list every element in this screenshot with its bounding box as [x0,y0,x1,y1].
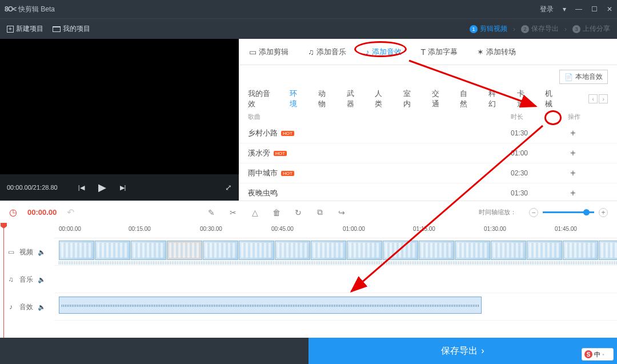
zoom-slider[interactable] [543,211,594,213]
plus-icon: + [7,26,14,33]
playback-time: 00:00.00/21:28.80 [7,184,58,191]
clock-icon: ◷ [9,207,17,218]
play-button[interactable]: ▶ [98,181,106,194]
undo-button[interactable]: ↶ [67,207,74,218]
transition-icon: ✶ [477,47,484,57]
titlebar: 8O< 快剪辑 Beta 登录 ▾ — ☐ ✕ [0,0,617,18]
music-icon: ♫ [7,275,15,283]
zoom-out-button[interactable]: − [529,208,538,217]
cat-traffic[interactable]: 交通 [432,89,446,109]
toolbar: + 新建项目 我的项目 1剪辑视频 › 2保存导出 › 3上传分享 [0,18,617,39]
timeline-ruler[interactable]: 00:00.00 00:15.00 00:30.00 00:45.00 01:0… [54,223,617,238]
step-3[interactable]: 3上传分享 [572,24,610,34]
sfx-list: 乡村小路HOT 01:30 + 溪水旁HOT 01:00 + 雨中城市HOT 0… [239,123,617,201]
save-export-button[interactable]: 保存导出› [308,338,617,364]
cut-tool[interactable]: ✂ [227,208,239,217]
chevron-right-icon: › [481,346,484,356]
hot-badge: HOT [281,171,294,176]
maximize-button[interactable]: ☐ [591,5,598,13]
cat-prev-button[interactable]: ‹ [588,94,598,103]
sfx-categories: 我的音效 环境 动物 武器 人类 室内 交通 自然 科幻 卡通 机械 ‹ › [239,86,617,109]
clip-icon: ▭ [249,47,257,57]
track-label-video: ▭视频🔈 [0,238,54,266]
zoom-label: 时间轴缩放： [479,208,516,217]
track-sfx[interactable] [54,293,617,321]
timeline-time: 00:00.00 [27,208,57,217]
marker-tool[interactable]: △ [249,208,261,217]
cat-environment[interactable]: 环境 [290,89,303,109]
rotate-tool[interactable]: ↻ [293,208,304,217]
fullscreen-button[interactable]: ⤢ [225,183,232,192]
playhead[interactable] [3,223,4,338]
minimize-button[interactable]: — [575,5,582,13]
cat-human[interactable]: 人类 [375,89,388,109]
step-2[interactable]: 2保存导出 [521,24,559,34]
app-badge: Beta [41,5,55,13]
playback-controls: 00:00.00/21:28.80 |◀ ▶ ▶| ⤢ [0,174,239,201]
track-music[interactable] [54,266,617,293]
cat-nature[interactable]: 自然 [460,89,474,109]
cat-my-sfx[interactable]: 我的音效 [248,89,275,109]
local-sfx-button[interactable]: 📄本地音效 [559,70,608,84]
cat-animal[interactable]: 动物 [318,89,332,109]
timeline: ▭视频🔈 ♫音乐🔈 ♪音效🔈 00:00.00 00:15.00 00:30.0… [0,223,617,338]
asset-tabs: ▭添加剪辑 ♫添加音乐 ♪添加音效 T添加字幕 ✶添加转场 [239,39,617,65]
tab-add-transition[interactable]: ✶添加转场 [477,47,516,57]
sfx-list-header: 歌曲 时长 操作 [239,109,617,123]
zoom-in-button[interactable]: + [599,208,608,217]
login-link[interactable]: 登录 [540,5,554,14]
add-sfx-button[interactable]: + [568,168,578,178]
redo-tool[interactable]: ↪ [336,208,347,217]
app-name: 快剪辑 [18,5,39,14]
list-item[interactable]: 乡村小路HOT 01:30 + [239,123,617,143]
timeline-toolbar: ◷ 00:00.00 ↶ ✎ ✂ △ 🗑 ↻ ⧉ ↪ 时间轴缩放： − + [0,201,617,223]
add-sfx-button[interactable]: + [568,148,578,158]
video-canvas[interactable] [0,39,239,174]
copy-tool[interactable]: ⧉ [314,207,326,217]
list-item[interactable]: 夜晚虫鸣 01:30 + [239,183,617,201]
step-1[interactable]: 1剪辑视频 [470,24,507,34]
edit-tool[interactable]: ✎ [206,208,217,217]
cat-next-button[interactable]: › [599,94,608,103]
tab-add-subtitle[interactable]: T添加字幕 [421,47,458,57]
asset-panel: ▭添加剪辑 ♫添加音乐 ♪添加音效 T添加字幕 ✶添加转场 📄本地音效 我的音效… [239,39,617,201]
list-item[interactable]: 雨中城市HOT 02:30 + [239,163,617,183]
app-logo: 8O< [5,5,16,13]
cat-weapon[interactable]: 武器 [347,89,360,109]
speaker-icon[interactable]: 🔈 [38,303,46,311]
hot-badge: HOT [281,131,294,136]
cat-scifi[interactable]: 科幻 [488,89,502,109]
new-project-button[interactable]: + 新建项目 [7,24,43,34]
list-item[interactable]: 溪水旁HOT 01:00 + [239,143,617,163]
cat-cartoon[interactable]: 卡通 [517,89,531,109]
steps: 1剪辑视频 › 2保存导出 › 3上传分享 [470,24,610,34]
video-icon: ▭ [7,248,15,256]
tab-add-sfx[interactable]: ♪添加音效 [366,47,402,57]
next-button[interactable]: ▶| [120,184,126,191]
ime-indicator[interactable]: S中• [582,348,614,361]
speaker-icon[interactable]: 🔈 [38,276,46,283]
my-projects-button[interactable]: 我的项目 [53,24,90,34]
cat-indoor[interactable]: 室内 [403,89,417,109]
cat-mechanical[interactable]: 机械 [545,89,559,109]
delete-tool[interactable]: 🗑 [271,208,282,217]
bottom-bar: 保存导出› [0,338,617,364]
hot-badge: HOT [274,151,287,156]
sfx-clip[interactable] [59,297,482,314]
close-button[interactable]: ✕ [607,5,612,13]
folder-icon [53,26,61,32]
speaker-icon[interactable]: 🔈 [38,249,46,256]
track-label-sfx: ♪音效🔈 [0,293,54,321]
dropdown-icon[interactable]: ▾ [563,5,566,13]
add-sfx-button[interactable]: + [568,188,578,198]
track-label-music: ♫音乐🔈 [0,266,54,293]
add-sfx-button[interactable]: + [568,128,578,138]
video-preview: 00:00.00/21:28.80 |◀ ▶ ▶| ⤢ [0,39,239,201]
tab-add-music[interactable]: ♫添加音乐 [308,47,346,57]
music-icon: ♫ [308,47,314,57]
tab-add-clip[interactable]: ▭添加剪辑 [249,47,289,57]
sfx-icon: ♪ [7,303,15,311]
track-video[interactable] [54,238,617,266]
sfx-icon: ♪ [366,47,370,57]
prev-button[interactable]: |◀ [78,184,85,191]
